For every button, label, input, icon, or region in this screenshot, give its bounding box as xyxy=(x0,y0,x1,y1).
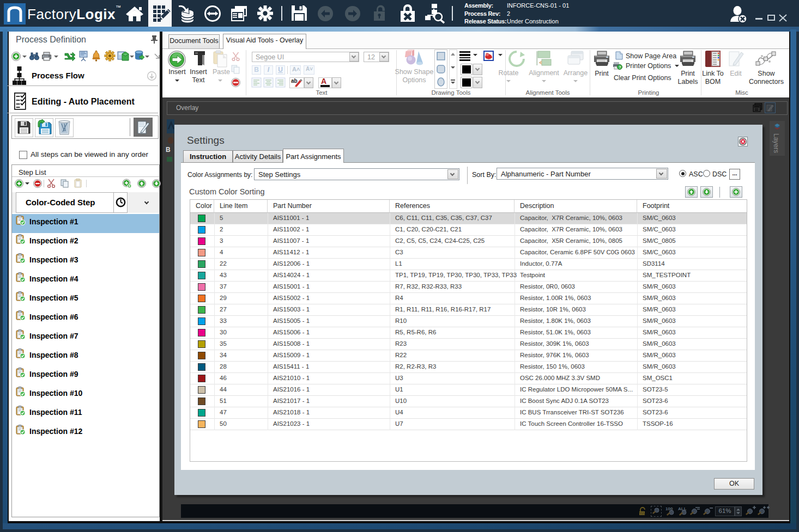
svg-text:?: ? xyxy=(619,65,621,69)
